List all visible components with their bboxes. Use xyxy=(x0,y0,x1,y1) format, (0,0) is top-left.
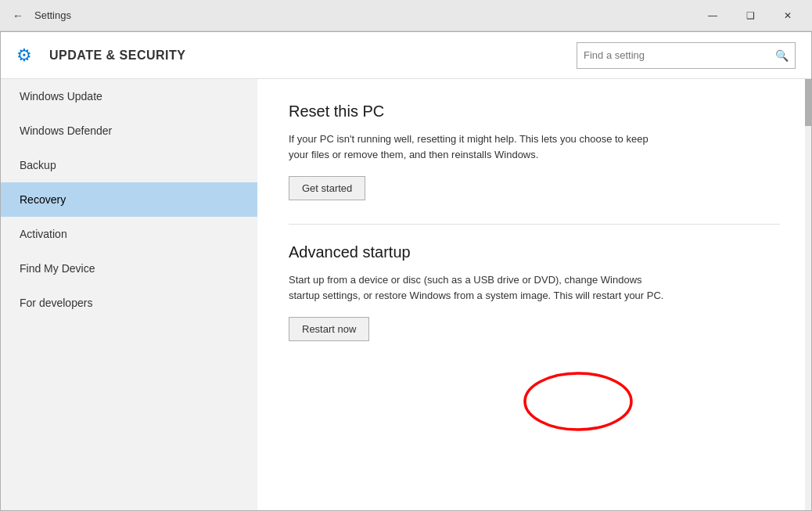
minimize-button[interactable]: — xyxy=(695,4,731,27)
section-divider xyxy=(289,224,780,225)
circle-annotation xyxy=(522,370,635,433)
close-button[interactable]: ✕ xyxy=(770,4,806,27)
window-title: Settings xyxy=(34,9,695,21)
main-content: Reset this PC If your PC isn't running w… xyxy=(257,79,811,510)
sidebar: Windows Update Windows Defender Backup R… xyxy=(1,79,257,510)
scrollbar[interactable] xyxy=(805,79,811,510)
search-icon: 🔍 xyxy=(769,46,795,65)
get-started-button[interactable]: Get started xyxy=(289,176,365,200)
advanced-startup-desc: Start up from a device or disc (such as … xyxy=(289,272,664,303)
sidebar-item-recovery[interactable]: Recovery xyxy=(1,182,257,217)
search-box: 🔍 xyxy=(577,42,796,69)
maximize-button[interactable]: ❑ xyxy=(732,4,768,27)
scroll-thumb[interactable] xyxy=(805,79,811,126)
back-button[interactable]: ← xyxy=(6,4,30,27)
sidebar-item-for-developers[interactable]: For developers xyxy=(1,286,257,320)
sidebar-item-windows-update[interactable]: Windows Update xyxy=(1,79,257,113)
search-input[interactable] xyxy=(577,46,769,64)
sidebar-item-activation[interactable]: Activation xyxy=(1,217,257,251)
app-title: UPDATE & SECURITY xyxy=(49,49,185,63)
title-bar: ← Settings — ❑ ✕ xyxy=(0,0,812,31)
sidebar-item-windows-defender[interactable]: Windows Defender xyxy=(1,113,257,148)
reset-section-desc: If your PC isn't running well, resetting… xyxy=(289,131,664,162)
advanced-startup-title: Advanced startup xyxy=(289,243,780,261)
gear-icon: ⚙ xyxy=(16,44,40,67)
restart-now-button[interactable]: Restart now xyxy=(289,317,369,341)
sidebar-item-backup[interactable]: Backup xyxy=(1,148,257,182)
settings-window: ⚙ UPDATE & SECURITY 🔍 Windows Update Win… xyxy=(0,31,812,511)
app-body: Windows Update Windows Defender Backup R… xyxy=(1,79,811,510)
window-controls: — ❑ ✕ xyxy=(695,4,806,27)
sidebar-item-find-my-device[interactable]: Find My Device xyxy=(1,251,257,286)
reset-section-title: Reset this PC xyxy=(289,103,780,121)
app-header: ⚙ UPDATE & SECURITY 🔍 xyxy=(1,32,811,79)
svg-point-0 xyxy=(525,373,631,430)
